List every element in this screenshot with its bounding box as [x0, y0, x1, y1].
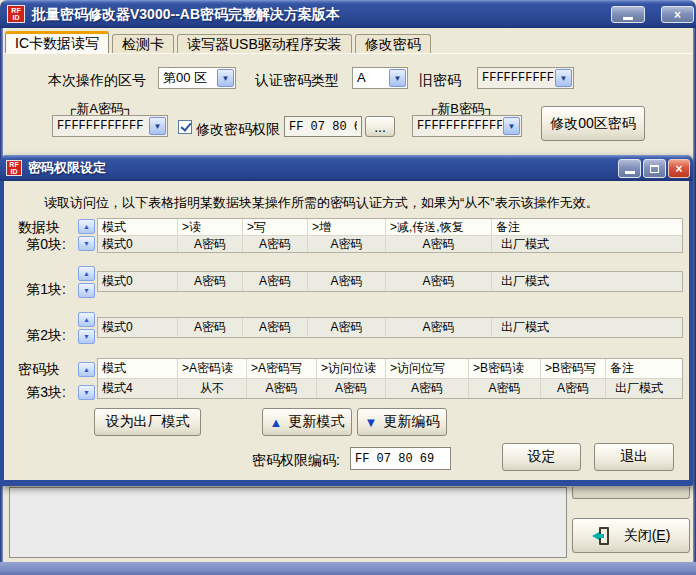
- cell-a-read: 从不: [178, 379, 247, 398]
- spinner-up-icon[interactable]: ▲: [78, 219, 95, 234]
- close-app-button[interactable]: 关闭(E): [572, 518, 690, 553]
- table-row[interactable]: 模式0 A密码 A密码 A密码 A密码 出厂模式: [98, 236, 682, 252]
- block2-label: 第2块:: [18, 327, 66, 345]
- exit-door-icon: [592, 527, 612, 545]
- header-cell: >A密码写: [247, 359, 317, 378]
- rfid-icon-line2: ID: [11, 168, 18, 175]
- minimize-icon: [623, 17, 633, 20]
- dialog-minimize-button[interactable]: [618, 159, 641, 178]
- cell-dec: A密码: [386, 318, 492, 337]
- cell-inc: A密码: [308, 318, 386, 337]
- cell-mode: 模式4: [98, 379, 178, 398]
- update-mode-button[interactable]: ▲ 更新模式: [262, 408, 352, 436]
- minimize-icon: [625, 171, 635, 174]
- permission-browse-button[interactable]: ...: [365, 116, 395, 137]
- tab-usb-driver-install[interactable]: 读写器USB驱动程序安装: [177, 34, 352, 54]
- close-app-label: 关闭(E): [624, 527, 671, 545]
- dialog-body: 读取访问位，以下表格指明某数据块某操作所需的密码认证方式，如果为“从不”表示该操…: [4, 181, 689, 480]
- update-code-button[interactable]: ▼ 更新编码: [357, 408, 447, 436]
- header-cell: 模式: [98, 219, 178, 235]
- main-window-title: 批量密码修改器V3000--AB密码完整解决方案版本: [32, 0, 340, 28]
- modify-permission-checkbox[interactable]: [178, 120, 192, 134]
- table-header-row: 模式 >读 >写 >增 >减,传送,恢复 备注: [98, 219, 682, 236]
- up-arrow-icon: ▲: [270, 416, 283, 429]
- modify-sector-password-button[interactable]: 修改00区密码: [541, 106, 645, 141]
- permission-dialog: RF ID 密码权限设定 × 读取访问位，以下表格指明某数据块某操作所需的密码认…: [0, 155, 693, 486]
- tab-modify-password[interactable]: 修改密码: [355, 34, 431, 54]
- dialog-maximize-button[interactable]: [643, 159, 666, 178]
- cell-mode: 模式0: [98, 318, 178, 337]
- spinner-down-icon[interactable]: ▼: [78, 236, 95, 251]
- old-password-combobox[interactable]: FFFFFFFFFFFF ▼: [477, 67, 574, 89]
- cell-inc: A密码: [308, 236, 386, 252]
- block3-table: 模式 >A密码读 >A密码写 >访问位读 >访问位写 >B密码读 >B密码写 备…: [97, 358, 683, 399]
- table-row[interactable]: 模式0 A密码 A密码 A密码 A密码 出厂模式: [98, 318, 682, 337]
- cell-dec: A密码: [386, 236, 492, 252]
- rfid-dialog-icon: RF ID: [6, 160, 22, 176]
- chevron-down-icon[interactable]: ▼: [503, 117, 520, 135]
- permission-code-label: 密码权限编码:: [252, 452, 340, 470]
- log-listbox[interactable]: [9, 487, 567, 558]
- chevron-down-icon[interactable]: ▼: [555, 69, 572, 87]
- new-b-password-value: FFFFFFFFFFFF: [417, 116, 502, 136]
- header-cell: >增: [308, 219, 386, 235]
- tab-detect-card[interactable]: 检测卡: [112, 34, 174, 54]
- dialog-close-button[interactable]: ×: [668, 159, 690, 178]
- dialog-instruction: 读取访问位，以下表格指明某数据块某操作所需的密码认证方式，如果为“从不”表示该操…: [44, 194, 664, 212]
- window-border-bottom: [0, 562, 696, 575]
- exit-button[interactable]: 退出: [594, 443, 674, 471]
- new-a-password-combobox[interactable]: FFFFFFFFFFFF ▼: [52, 115, 168, 137]
- chevron-down-icon[interactable]: ▼: [217, 69, 234, 87]
- cell-write: A密码: [243, 318, 308, 337]
- cell-note: 出厂模式: [492, 236, 682, 252]
- old-password-value: FFFFFFFFFFFF: [482, 68, 554, 88]
- table-row[interactable]: 模式4 从不 A密码 A密码 A密码 A密码 A密码 出厂模式: [98, 379, 682, 398]
- sector-label: 本次操作的区号: [48, 72, 146, 90]
- spinner-down-icon[interactable]: ▼: [78, 385, 95, 400]
- cell-write: A密码: [243, 272, 308, 291]
- tab-ic-card-rw[interactable]: IC卡数据读写: [5, 31, 109, 54]
- table-row[interactable]: 模式0 A密码 A密码 A密码 A密码 出厂模式: [98, 272, 682, 291]
- set-factory-mode-button[interactable]: 设为出厂模式: [94, 408, 201, 436]
- main-close-button[interactable]: ×: [661, 6, 694, 23]
- permission-bytes-field[interactable]: [284, 116, 362, 137]
- data-block-label: 数据块: [12, 219, 60, 237]
- auth-type-combobox[interactable]: A ▼: [352, 67, 408, 89]
- block2-table: 模式0 A密码 A密码 A密码 A密码 出厂模式: [97, 317, 683, 338]
- spinner-down-icon[interactable]: ▼: [78, 329, 95, 344]
- header-cell: >B密码写: [541, 359, 606, 378]
- chevron-down-icon[interactable]: ▼: [149, 117, 166, 135]
- cell-acc-write: A密码: [386, 379, 469, 398]
- spinner-up-icon[interactable]: ▲: [78, 266, 95, 281]
- update-mode-label: 更新模式: [288, 413, 344, 431]
- cell-read: A密码: [178, 236, 243, 252]
- spinner-up-icon[interactable]: ▲: [78, 312, 95, 327]
- spinner-up-icon[interactable]: ▲: [78, 362, 95, 377]
- header-cell: >A密码读: [178, 359, 247, 378]
- cell-mode: 模式0: [98, 236, 178, 252]
- header-cell: >B密码读: [469, 359, 541, 378]
- modify-permission-label: 修改密码权限: [196, 121, 280, 139]
- maximize-icon: [650, 165, 659, 173]
- new-a-password-value: FFFFFFFFFFFF: [57, 116, 148, 136]
- main-titlebar: RF ID 批量密码修改器V3000--AB密码完整解决方案版本 ×: [0, 0, 696, 28]
- block1-spinner: ▲ ▼: [78, 266, 95, 298]
- hidden-button-partial[interactable]: [572, 487, 690, 499]
- header-cell: >访问位写: [386, 359, 469, 378]
- tab-bar: IC卡数据读写 检测卡 读写器USB驱动程序安装 修改密码: [5, 31, 431, 54]
- cell-read: A密码: [178, 318, 243, 337]
- header-cell: >减,传送,恢复: [386, 219, 492, 235]
- cell-inc: A密码: [308, 272, 386, 291]
- main-minimize-button[interactable]: [611, 6, 645, 23]
- table-header-row: 模式 >A密码读 >A密码写 >访问位读 >访问位写 >B密码读 >B密码写 备…: [98, 359, 682, 379]
- app-screen: RF ID 批量密码修改器V3000--AB密码完整解决方案版本 × IC卡数据…: [0, 0, 696, 575]
- chevron-down-icon[interactable]: ▼: [389, 69, 406, 87]
- set-button[interactable]: 设定: [502, 443, 581, 471]
- new-b-password-combobox[interactable]: FFFFFFFFFFFF ▼: [412, 115, 522, 137]
- block0-label: 第0块:: [18, 236, 66, 254]
- cell-write: A密码: [243, 236, 308, 252]
- spinner-down-icon[interactable]: ▼: [78, 283, 95, 298]
- permission-code-field[interactable]: [350, 447, 451, 470]
- cell-dec: A密码: [386, 272, 492, 291]
- sector-combobox[interactable]: 第00 区 ▼: [158, 67, 236, 89]
